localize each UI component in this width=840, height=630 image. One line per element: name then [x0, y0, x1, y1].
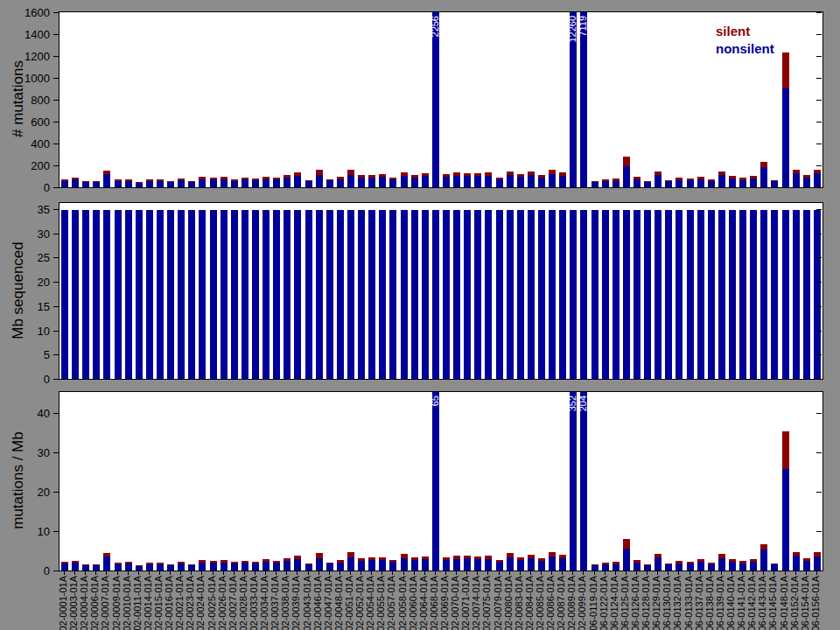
bar-nonsilent: [188, 210, 195, 379]
panel-mutations-bars: 2256122607119: [60, 12, 822, 187]
x-tick-mark: [329, 571, 330, 575]
bar-nonsilent: [474, 559, 481, 570]
y-tick-label: 1200: [4, 51, 50, 62]
bar-nonsilent: [432, 12, 439, 187]
x-axis-sample-label: TCGA-06-0132-01A: [673, 576, 683, 630]
bar-silent: [72, 561, 79, 563]
bar-nonsilent: [697, 210, 704, 379]
y-tick-mark-right: [816, 257, 822, 258]
x-tick-mark: [403, 571, 404, 575]
bar-silent: [793, 552, 800, 556]
bar-silent: [485, 556, 492, 559]
x-tick-mark: [318, 571, 319, 575]
bar-silent: [760, 162, 767, 167]
bar-nonsilent: [210, 179, 217, 187]
x-axis-sample-label: TCGA-06-0138-01A: [705, 576, 716, 630]
x-axis-sample-label: TCGA-02-0027-01A: [228, 576, 239, 630]
x-tick-mark: [149, 571, 150, 575]
bar-silent: [115, 563, 122, 564]
y-tick-mark: [53, 78, 59, 79]
bar-silent: [316, 553, 323, 558]
bar-silent: [379, 557, 386, 560]
bar-silent: [188, 564, 195, 565]
bar-silent: [507, 172, 514, 175]
y-tick-mark: [53, 257, 59, 258]
bar-nonsilent: [316, 175, 323, 187]
x-tick-mark: [382, 571, 382, 575]
bar-silent: [326, 563, 333, 564]
bar-nonsilent: [793, 556, 800, 570]
bar-nonsilent: [453, 176, 460, 187]
bar-silent: [252, 178, 259, 180]
y-tick-label: 30: [4, 228, 50, 239]
bar-silent: [750, 176, 757, 178]
bar-nonsilent: [146, 210, 153, 379]
y-tick-mark: [53, 209, 59, 210]
x-tick-mark: [678, 571, 679, 575]
x-tick-mark: [255, 571, 256, 575]
bar-silent: [231, 179, 238, 181]
x-axis-sample-label: TCGA-02-0075-01A: [482, 576, 493, 630]
bar-silent: [368, 557, 375, 560]
bar-silent: [464, 556, 471, 558]
bar-silent: [739, 178, 746, 180]
mutation-rate-figure: 2256122607119 65352204 # mutations Mb se…: [0, 0, 840, 630]
bar-silent: [316, 170, 323, 175]
bar-silent: [273, 561, 280, 563]
y-tick-label: 10: [4, 525, 50, 536]
x-tick-mark: [477, 571, 478, 575]
x-axis-sample-label: TCGA-06-0125-01A: [620, 576, 631, 630]
x-tick-mark: [721, 571, 722, 575]
bar-nonsilent: [580, 12, 587, 187]
x-tick-mark: [392, 571, 393, 575]
y-tick-label: 1600: [4, 7, 50, 18]
bar-silent: [252, 562, 259, 564]
x-tick-mark: [435, 571, 436, 575]
bar-silent: [358, 175, 365, 178]
bar-silent: [602, 179, 609, 181]
bar-silent: [697, 177, 704, 179]
x-axis-sample-label: TCGA-02-0004-01A: [80, 576, 90, 630]
bar-nonsilent: [718, 175, 725, 187]
bar-nonsilent: [750, 210, 757, 379]
y-tick-label: 0: [4, 374, 50, 385]
x-axis-sample-label: TCGA-06-0143-01A: [758, 576, 768, 630]
bar-nonsilent: [347, 557, 354, 570]
bar-silent: [242, 178, 248, 179]
x-tick-mark: [466, 571, 467, 575]
x-tick-mark: [244, 571, 245, 575]
bar-silent: [146, 179, 153, 181]
bar-silent: [125, 562, 132, 564]
bar-silent: [136, 182, 143, 183]
x-axis-sample-label: TCGA-02-0071-01A: [461, 576, 472, 630]
bar-silent: [528, 172, 535, 175]
bar-nonsilent: [464, 558, 471, 570]
y-tick-label: 1400: [4, 29, 50, 40]
x-tick-mark: [424, 571, 425, 575]
bar-nonsilent: [496, 210, 503, 379]
bar-silent: [294, 556, 301, 559]
bar-nonsilent: [252, 564, 259, 570]
x-axis-sample-label: TCGA-02-0009-01A: [112, 576, 122, 630]
bar-nonsilent: [644, 210, 651, 379]
bar-silent: [453, 556, 460, 559]
bar-nonsilent: [347, 210, 354, 379]
y-tick-mark-right: [816, 56, 822, 57]
x-tick-mark: [700, 571, 701, 575]
x-tick-mark: [64, 571, 65, 575]
x-axis-sample-label: TCGA-02-0015-01A: [154, 576, 164, 630]
bar-silent: [242, 561, 248, 563]
x-tick-mark: [636, 571, 637, 575]
bar-nonsilent: [103, 556, 110, 570]
bar-silent: [210, 561, 217, 563]
panel-rate-bars: 65352204: [60, 392, 822, 570]
bar-silent: [337, 560, 344, 563]
y-tick-mark: [53, 56, 59, 57]
bar-nonsilent: [125, 210, 132, 379]
x-tick-mark: [763, 571, 764, 575]
bar-silent: [347, 170, 354, 175]
bar-nonsilent: [602, 210, 609, 379]
bar-nonsilent: [411, 560, 418, 570]
clipped-bar-value: 352: [568, 396, 578, 411]
bar-nonsilent: [210, 210, 217, 379]
